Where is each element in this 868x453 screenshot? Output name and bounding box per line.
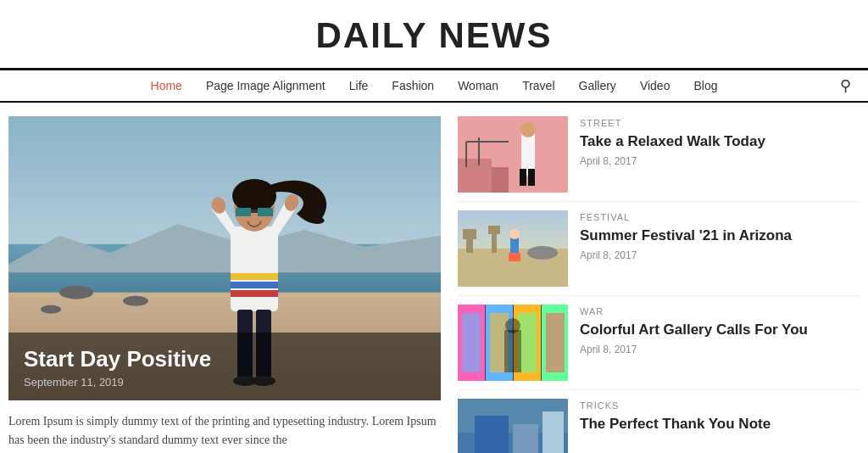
article-thumb-1 [458, 116, 568, 193]
article-card-1: STREET Take a Relaxed Walk Today April 8… [458, 116, 860, 202]
article-info-4: TRICKS The Perfect Thank You Note [580, 399, 860, 453]
article-title-2[interactable]: Summer Festival '21 in Arizona [580, 226, 860, 245]
article-thumb-3 [458, 305, 568, 381]
nav-item-life[interactable]: Life [349, 79, 369, 92]
site-header: DAILY NEWS [0, 0, 868, 70]
article-info-1: STREET Take a Relaxed Walk Today April 8… [580, 116, 860, 193]
main-nav: Home Page Image Alignment Life Fashion W… [0, 70, 868, 103]
nav-item-fashion[interactable]: Fashion [392, 79, 434, 92]
article-title-3[interactable]: Colorful Art Gallery Calls For You [580, 321, 860, 339]
nav-item-video[interactable]: Video [640, 79, 670, 92]
site-title: DAILY NEWS [0, 15, 868, 56]
featured-title: Start Day Positive [24, 346, 426, 372]
nav-item-travel[interactable]: Travel [522, 79, 554, 92]
featured-date: September 11, 2019 [24, 376, 426, 389]
article-card-3: WAR Colorful Art Gallery Calls For You A… [458, 296, 860, 390]
article-category-2: FESTIVAL [580, 212, 860, 222]
featured-excerpt: Lorem Ipsum is simply dummy text of the … [8, 412, 441, 450]
article-thumb-4 [458, 399, 568, 453]
article-date-3: April 8, 2017 [580, 344, 860, 355]
article-date-2: April 8, 2017 [580, 249, 860, 261]
nav-item-home[interactable]: Home [151, 79, 182, 92]
nav-list: Home Page Image Alignment Life Fashion W… [151, 79, 718, 92]
featured-overlay: Start Day Positive September 11, 2019 [8, 333, 441, 400]
featured-image: Start Day Positive September 11, 2019 [8, 116, 441, 400]
article-title-4[interactable]: The Perfect Thank You Note [580, 415, 860, 433]
article-category-3: WAR [580, 306, 860, 316]
featured-article: Start Day Positive September 11, 2019 Lo… [8, 116, 441, 453]
main-content: Start Day Positive September 11, 2019 Lo… [0, 116, 868, 453]
article-date-1: April 8, 2017 [580, 155, 860, 167]
nav-item-gallery[interactable]: Gallery [579, 79, 616, 92]
article-card-4: TRICKS The Perfect Thank You Note [458, 390, 860, 453]
article-card-2: FESTIVAL Summer Festival '21 in Arizona … [458, 202, 860, 296]
article-info-3: WAR Colorful Art Gallery Calls For You A… [580, 305, 860, 381]
search-icon[interactable]: ⚲ [840, 76, 851, 95]
nav-item-page-image[interactable]: Page Image Alignment [206, 79, 326, 92]
nav-item-woman[interactable]: Woman [458, 79, 498, 92]
article-category-4: TRICKS [580, 400, 860, 411]
article-title-1[interactable]: Take a Relaxed Walk Today [580, 132, 860, 151]
nav-item-blog[interactable]: Blog [693, 79, 717, 92]
article-info-2: FESTIVAL Summer Festival '21 in Arizona … [580, 210, 860, 287]
article-list: STREET Take a Relaxed Walk Today April 8… [458, 116, 860, 453]
article-category-1: STREET [580, 118, 860, 128]
article-thumb-2 [458, 210, 568, 287]
